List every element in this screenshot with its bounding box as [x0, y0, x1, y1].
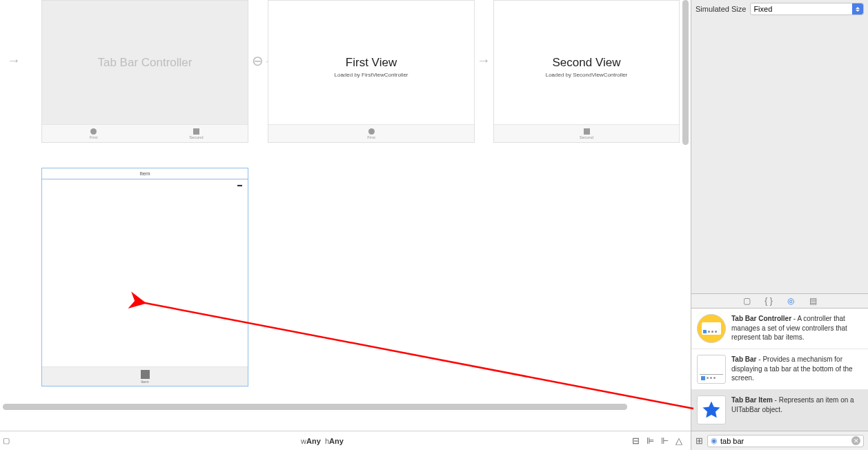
scene-title: First View — [268, 1, 474, 70]
library-item-name: Tab Bar Controller — [731, 315, 791, 322]
battery-icon: ▬ — [237, 182, 242, 187]
resolve-issues-icon[interactable]: △ — [675, 436, 682, 446]
align-icon[interactable]: ⊫ — [647, 436, 654, 446]
stack-icon[interactable]: ⊟ — [632, 436, 640, 446]
scene-second-view[interactable]: Second View Loaded by SecondViewControll… — [493, 0, 680, 143]
library-item-name: Tab Bar — [731, 355, 757, 363]
circle-icon — [368, 128, 375, 135]
tab-label: First — [367, 135, 375, 139]
document-outline-toggle-icon[interactable]: ▢ — [3, 436, 12, 445]
canvas-horizontal-scrollbar[interactable] — [3, 404, 627, 410]
canvas-bottom-bar: ▢ wAny hAny ⊟ ⊫ ⊩ △ — [0, 431, 691, 450]
scene-title: Tab Bar Controller — [42, 1, 248, 70]
tab-item-first[interactable]: First — [268, 125, 474, 142]
scene-subtitle: Loaded by SecondViewController — [494, 72, 679, 78]
scene-item[interactable]: Item ▬ Item — [41, 168, 248, 387]
tab-bar-item-icon — [697, 395, 726, 424]
inspector-panel: Simulated Size Fixed ▢ { } ◎ ▤ Tab Bar C… — [691, 0, 868, 450]
simulated-size-label: Simulated Size — [696, 5, 746, 13]
circle-icon — [90, 128, 97, 135]
tab-item-first[interactable]: First — [42, 125, 145, 142]
library-search-field[interactable]: ◉ ✕ — [707, 435, 864, 447]
library-view-mode-icon[interactable]: ⊞ — [696, 436, 703, 446]
search-icon: ◉ — [711, 436, 718, 445]
scene-tab-bar: First — [268, 124, 474, 142]
library-item-tab-bar[interactable]: Tab Bar - Provides a mechanism for displ… — [691, 349, 868, 390]
tab-item[interactable]: Item — [42, 367, 248, 386]
library-item-tab-bar-item[interactable]: Tab Bar Item - Represents an item on a U… — [691, 390, 868, 431]
scene-subtitle: Loaded by FirstViewController — [268, 72, 474, 78]
tab-bar-icon — [697, 355, 726, 384]
tab-label: Second — [580, 135, 593, 139]
object-library-list[interactable]: Tab Bar Controller - A controller that m… — [691, 309, 868, 431]
size-class-control[interactable]: wAny hAny — [12, 437, 632, 445]
library-item-text: Tab Bar Item - Represents an item on a U… — [731, 395, 862, 424]
library-item-text: Tab Bar Controller - A controller that m… — [731, 314, 862, 343]
scene-title: Second View — [494, 1, 679, 70]
scene-tab-bar: Second — [494, 124, 679, 142]
square-icon — [584, 128, 590, 135]
scene-tab-bar: Item — [42, 366, 248, 386]
canvas-vertical-scrollbar[interactable] — [682, 0, 689, 145]
code-snippet-library-icon[interactable]: { } — [764, 296, 773, 306]
layout-constraint-buttons: ⊟ ⊫ ⊩ △ — [632, 436, 691, 446]
tab-label: Second — [189, 135, 203, 139]
scene-first-view[interactable]: First View Loaded by FirstViewController… — [268, 0, 475, 143]
library-item-name: Tab Bar Item — [731, 396, 773, 404]
library-tab-bar: ▢ { } ◎ ▤ — [691, 293, 868, 309]
size-class-w-value: Any — [306, 437, 321, 445]
scene-header[interactable]: Item — [42, 168, 248, 179]
library-item-text: Tab Bar - Provides a mechanism for displ… — [731, 355, 862, 384]
library-search-input[interactable] — [720, 437, 849, 445]
library-search-bar: ⊞ ◉ ✕ — [691, 431, 868, 450]
square-icon — [141, 370, 150, 379]
tab-bar-controller-icon — [697, 314, 726, 343]
storyboard-canvas[interactable]: → ⊖→ → Tab Bar Controller First Second F… — [0, 0, 691, 431]
simulated-size-row: Simulated Size Fixed — [691, 0, 868, 18]
size-class-w-prefix: w — [301, 437, 306, 445]
file-template-library-icon[interactable]: ▢ — [742, 296, 751, 306]
object-library-icon[interactable]: ◎ — [786, 296, 796, 306]
size-class-h-value: Any — [329, 437, 344, 445]
scene-body[interactable]: ▬ — [42, 179, 248, 359]
segue-arrow-to-second: → — [477, 52, 491, 68]
inspector-body — [691, 18, 868, 293]
clear-search-icon[interactable]: ✕ — [851, 436, 860, 445]
tab-item-second[interactable]: Second — [494, 125, 679, 142]
tab-item-second[interactable]: Second — [145, 125, 248, 142]
scene-tab-bar-controller[interactable]: Tab Bar Controller First Second — [41, 0, 248, 143]
svg-marker-0 — [703, 402, 720, 418]
tab-label: First — [90, 135, 98, 139]
simulated-size-dropdown[interactable]: Fixed — [750, 3, 864, 15]
square-icon — [193, 128, 199, 135]
tab-label: Item — [141, 380, 149, 384]
pin-icon[interactable]: ⊩ — [661, 436, 669, 446]
dropdown-arrows-icon — [852, 3, 863, 14]
media-library-icon[interactable]: ▤ — [808, 296, 818, 306]
scene-tab-bar: First Second — [42, 124, 248, 142]
segue-arrow-entry: → — [7, 52, 21, 68]
simulated-size-value: Fixed — [753, 5, 772, 13]
library-item-tab-bar-controller[interactable]: Tab Bar Controller - A controller that m… — [691, 309, 868, 349]
